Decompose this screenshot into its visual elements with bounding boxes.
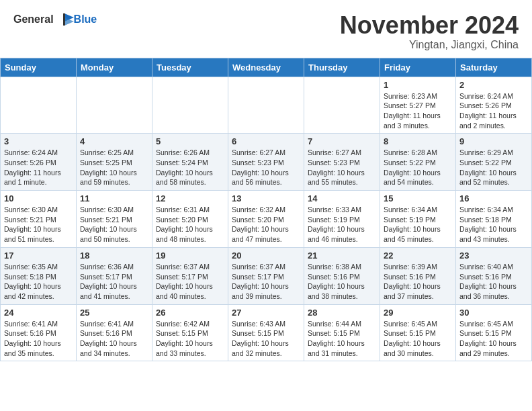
day-number: 22 xyxy=(384,250,452,261)
day-info: Sunrise: 6:45 AMSunset: 5:15 PMDaylight:… xyxy=(459,319,528,359)
logo: General Blue xyxy=(13,12,97,27)
day-number: 30 xyxy=(459,308,528,318)
calendar-cell: 7Sunrise: 6:27 AMSunset: 5:23 PMDaylight… xyxy=(304,134,380,191)
day-number: 10 xyxy=(4,193,73,203)
svg-rect-2 xyxy=(63,13,65,26)
day-number: 26 xyxy=(156,308,224,318)
day-info: Sunrise: 6:45 AMSunset: 5:15 PMDaylight:… xyxy=(384,319,452,359)
calendar-cell: 19Sunrise: 6:37 AMSunset: 5:17 PMDayligh… xyxy=(152,247,228,304)
header: General Blue November 2024 Yingtan, Jian… xyxy=(0,0,532,58)
day-info: Sunrise: 6:36 AMSunset: 5:17 PMDaylight:… xyxy=(80,262,148,302)
day-number: 14 xyxy=(308,193,376,203)
day-info: Sunrise: 6:41 AMSunset: 5:16 PMDaylight:… xyxy=(4,319,73,359)
day-info: Sunrise: 6:39 AMSunset: 5:16 PMDaylight:… xyxy=(384,262,452,302)
calendar-cell: 13Sunrise: 6:32 AMSunset: 5:20 PMDayligh… xyxy=(228,191,304,248)
calendar-cell: 29Sunrise: 6:45 AMSunset: 5:15 PMDayligh… xyxy=(380,304,456,361)
calendar-cell: 23Sunrise: 6:40 AMSunset: 5:16 PMDayligh… xyxy=(456,247,532,304)
calendar-cell: 6Sunrise: 6:27 AMSunset: 5:23 PMDaylight… xyxy=(228,134,304,191)
calendar-cell xyxy=(77,77,152,134)
day-info: Sunrise: 6:38 AMSunset: 5:16 PMDaylight:… xyxy=(308,262,376,302)
location-subtitle: Yingtan, Jiangxi, China xyxy=(340,39,519,51)
day-info: Sunrise: 6:26 AMSunset: 5:24 PMDaylight:… xyxy=(156,148,224,187)
calendar-cell: 18Sunrise: 6:36 AMSunset: 5:17 PMDayligh… xyxy=(77,247,152,304)
day-number: 27 xyxy=(232,308,300,318)
calendar-cell: 20Sunrise: 6:37 AMSunset: 5:17 PMDayligh… xyxy=(228,247,304,304)
calendar-cell: 2Sunrise: 6:24 AMSunset: 5:26 PMDaylight… xyxy=(456,77,532,134)
calendar-cell: 21Sunrise: 6:38 AMSunset: 5:16 PMDayligh… xyxy=(304,247,380,304)
calendar-cell: 22Sunrise: 6:39 AMSunset: 5:16 PMDayligh… xyxy=(380,247,456,304)
day-info: Sunrise: 6:31 AMSunset: 5:20 PMDaylight:… xyxy=(156,205,224,244)
day-number: 23 xyxy=(459,250,528,261)
day-info: Sunrise: 6:34 AMSunset: 5:18 PMDaylight:… xyxy=(459,205,528,244)
calendar-cell: 14Sunrise: 6:33 AMSunset: 5:19 PMDayligh… xyxy=(304,191,380,248)
day-number: 1 xyxy=(384,80,452,90)
day-info: Sunrise: 6:30 AMSunset: 5:21 PMDaylight:… xyxy=(4,205,73,244)
calendar-cell: 1Sunrise: 6:23 AMSunset: 5:27 PMDaylight… xyxy=(380,77,456,134)
calendar-cell: 30Sunrise: 6:45 AMSunset: 5:15 PMDayligh… xyxy=(456,304,532,361)
calendar-cell: 27Sunrise: 6:43 AMSunset: 5:15 PMDayligh… xyxy=(228,304,304,361)
logo-flag-icon xyxy=(55,12,74,27)
day-number: 28 xyxy=(308,308,376,318)
calendar-header-tuesday: Tuesday xyxy=(152,58,228,77)
day-number: 13 xyxy=(232,193,300,203)
calendar-cell: 25Sunrise: 6:41 AMSunset: 5:16 PMDayligh… xyxy=(77,304,152,361)
day-info: Sunrise: 6:24 AMSunset: 5:26 PMDaylight:… xyxy=(4,148,73,187)
title-block: November 2024 Yingtan, Jiangxi, China xyxy=(340,12,519,51)
day-info: Sunrise: 6:33 AMSunset: 5:19 PMDaylight:… xyxy=(308,205,376,244)
month-title: November 2024 xyxy=(340,12,519,39)
calendar-header-friday: Friday xyxy=(380,58,456,77)
day-info: Sunrise: 6:24 AMSunset: 5:26 PMDaylight:… xyxy=(459,91,528,131)
day-number: 19 xyxy=(156,250,224,261)
day-info: Sunrise: 6:42 AMSunset: 5:15 PMDaylight:… xyxy=(156,319,224,359)
calendar-cell: 5Sunrise: 6:26 AMSunset: 5:24 PMDaylight… xyxy=(152,134,228,191)
day-number: 21 xyxy=(308,250,376,261)
day-info: Sunrise: 6:32 AMSunset: 5:20 PMDaylight:… xyxy=(232,205,300,244)
calendar-cell: 24Sunrise: 6:41 AMSunset: 5:16 PMDayligh… xyxy=(1,304,77,361)
day-info: Sunrise: 6:34 AMSunset: 5:19 PMDaylight:… xyxy=(384,205,452,244)
day-number: 6 xyxy=(232,136,300,146)
calendar-cell: 9Sunrise: 6:29 AMSunset: 5:22 PMDaylight… xyxy=(456,134,532,191)
calendar-cell: 16Sunrise: 6:34 AMSunset: 5:18 PMDayligh… xyxy=(456,191,532,248)
day-number: 3 xyxy=(4,136,73,146)
day-number: 16 xyxy=(459,193,528,203)
calendar-cell: 8Sunrise: 6:28 AMSunset: 5:22 PMDaylight… xyxy=(380,134,456,191)
day-number: 15 xyxy=(384,193,452,203)
day-info: Sunrise: 6:41 AMSunset: 5:16 PMDaylight:… xyxy=(80,319,148,359)
day-number: 17 xyxy=(4,250,73,261)
day-number: 25 xyxy=(80,308,148,318)
calendar-cell: 26Sunrise: 6:42 AMSunset: 5:15 PMDayligh… xyxy=(152,304,228,361)
day-info: Sunrise: 6:44 AMSunset: 5:15 PMDaylight:… xyxy=(308,319,376,359)
page: General Blue November 2024 Yingtan, Jian… xyxy=(0,0,532,361)
logo-blue-text: Blue xyxy=(74,13,97,26)
day-info: Sunrise: 6:23 AMSunset: 5:27 PMDaylight:… xyxy=(384,91,452,131)
calendar-cell xyxy=(228,77,304,134)
day-number: 12 xyxy=(156,193,224,203)
calendar-cell: 28Sunrise: 6:44 AMSunset: 5:15 PMDayligh… xyxy=(304,304,380,361)
calendar-week-row: 17Sunrise: 6:35 AMSunset: 5:18 PMDayligh… xyxy=(1,247,532,304)
calendar-cell: 3Sunrise: 6:24 AMSunset: 5:26 PMDaylight… xyxy=(1,134,77,191)
calendar-header-sunday: Sunday xyxy=(1,58,77,77)
day-info: Sunrise: 6:27 AMSunset: 5:23 PMDaylight:… xyxy=(308,148,376,187)
day-number: 8 xyxy=(384,136,452,146)
day-info: Sunrise: 6:29 AMSunset: 5:22 PMDaylight:… xyxy=(459,148,528,187)
day-number: 2 xyxy=(459,80,528,90)
day-number: 11 xyxy=(80,193,148,203)
calendar-week-row: 1Sunrise: 6:23 AMSunset: 5:27 PMDaylight… xyxy=(1,77,532,134)
calendar-header-row: SundayMondayTuesdayWednesdayThursdayFrid… xyxy=(1,58,532,77)
day-info: Sunrise: 6:37 AMSunset: 5:17 PMDaylight:… xyxy=(232,262,300,302)
day-info: Sunrise: 6:25 AMSunset: 5:25 PMDaylight:… xyxy=(80,148,148,187)
calendar-week-row: 24Sunrise: 6:41 AMSunset: 5:16 PMDayligh… xyxy=(1,304,532,361)
day-number: 7 xyxy=(308,136,376,146)
day-number: 4 xyxy=(80,136,148,146)
calendar-header-wednesday: Wednesday xyxy=(228,58,304,77)
calendar-cell xyxy=(304,77,380,134)
calendar-header-monday: Monday xyxy=(77,58,152,77)
day-number: 5 xyxy=(156,136,224,146)
calendar-cell: 10Sunrise: 6:30 AMSunset: 5:21 PMDayligh… xyxy=(1,191,77,248)
day-info: Sunrise: 6:30 AMSunset: 5:21 PMDaylight:… xyxy=(80,205,148,244)
day-info: Sunrise: 6:27 AMSunset: 5:23 PMDaylight:… xyxy=(232,148,300,187)
day-number: 20 xyxy=(232,250,300,261)
day-number: 9 xyxy=(459,136,528,146)
calendar-cell: 12Sunrise: 6:31 AMSunset: 5:20 PMDayligh… xyxy=(152,191,228,248)
logo-general-text: General xyxy=(13,13,54,26)
